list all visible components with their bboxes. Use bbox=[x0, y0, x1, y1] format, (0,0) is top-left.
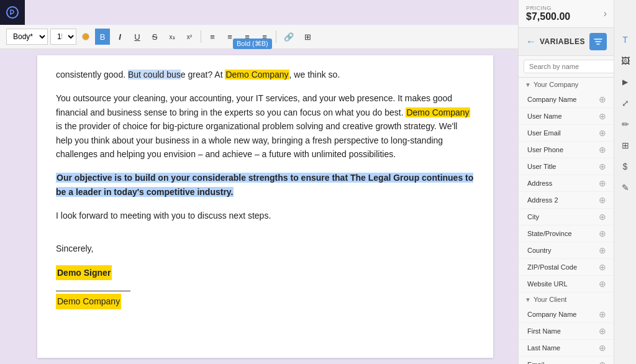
var-item-first-name[interactable]: First Name ⊕ bbox=[519, 323, 614, 340]
var-label: Last Name bbox=[527, 344, 560, 352]
bold-button[interactable]: B bbox=[95, 29, 110, 45]
var-label: Address bbox=[527, 180, 552, 187]
font-style-select[interactable]: Body* bbox=[6, 29, 48, 45]
add-company-name-button[interactable]: ⊕ bbox=[597, 94, 608, 105]
var-item-company-name[interactable]: Company Name ⊕ bbox=[519, 91, 614, 108]
var-item-address2[interactable]: Address 2 ⊕ bbox=[519, 192, 614, 209]
add-first-name-button[interactable]: ⊕ bbox=[597, 325, 608, 337]
paragraph-2: You outsource your cleaning, your accoun… bbox=[56, 91, 475, 161]
var-label: Company Name bbox=[527, 311, 576, 318]
paragraph-1-text: consistently good. But could buse great?… bbox=[56, 70, 340, 80]
italic-button[interactable]: I bbox=[112, 29, 127, 45]
toolbar-sep-1 bbox=[201, 30, 201, 43]
add-client-company-button[interactable]: ⊕ bbox=[597, 309, 608, 320]
sidebar-icon-strip: T 🖼 ▶ ⤢ ✏ ⊞ $ ✎ bbox=[614, 0, 636, 364]
document-content[interactable]: consistently good. But could buse great?… bbox=[37, 55, 493, 358]
image-icon: 🖼 bbox=[621, 56, 630, 66]
var-item-user-email[interactable]: User Email ⊕ bbox=[519, 125, 614, 142]
add-state-button[interactable]: ⊕ bbox=[597, 228, 608, 239]
var-label: Address 2 bbox=[527, 196, 558, 204]
main-container: Body* 15 B I U S x₂ x² ≡ ≡ ≡ ≡ 🔗 ⊞ Bold … bbox=[0, 0, 636, 364]
var-item-user-title[interactable]: User Title ⊕ bbox=[519, 158, 614, 175]
pricing-tool-button[interactable]: $ bbox=[617, 158, 634, 175]
selected-text: But could bus bbox=[128, 70, 181, 80]
chevron-down-icon: ▼ bbox=[525, 81, 531, 88]
var-item-website[interactable]: Website URL ⊕ bbox=[519, 276, 614, 293]
add-website-button[interactable]: ⊕ bbox=[597, 278, 608, 289]
svg-point-0 bbox=[7, 7, 18, 18]
var-item-user-phone[interactable]: User Phone ⊕ bbox=[519, 142, 614, 158]
add-last-name-button[interactable]: ⊕ bbox=[597, 342, 608, 353]
add-user-title-button[interactable]: ⊕ bbox=[597, 161, 608, 172]
var-item-state[interactable]: State/Province ⊕ bbox=[519, 225, 614, 242]
p1-highlight-text: e great? At bbox=[181, 70, 225, 80]
sidebar: PRICING $7,500.00 › ← VARIABLES ✕ bbox=[518, 0, 636, 364]
your-company-group[interactable]: ▼ Your Company bbox=[519, 78, 614, 91]
add-user-phone-button[interactable]: ⊕ bbox=[597, 144, 608, 155]
underline-button[interactable]: U bbox=[130, 29, 145, 45]
signer-block: Demo Signer Demo Company bbox=[56, 265, 475, 309]
var-item-last-name[interactable]: Last Name ⊕ bbox=[519, 340, 614, 357]
signature-block: Sincerely, Demo Signer Demo Company bbox=[56, 242, 475, 309]
add-country-button[interactable]: ⊕ bbox=[597, 245, 608, 256]
signer-name: Demo Signer bbox=[56, 265, 112, 280]
var-label: First Name bbox=[527, 327, 561, 335]
font-color-button[interactable] bbox=[79, 30, 93, 43]
filter-button[interactable] bbox=[589, 33, 607, 50]
var-item-address[interactable]: Address ⊕ bbox=[519, 175, 614, 192]
paragraph-3: Our objective is to build on your consid… bbox=[56, 171, 475, 199]
video-tool-button[interactable]: ▶ bbox=[617, 73, 634, 91]
unordered-list-button[interactable]: ≡ bbox=[257, 29, 272, 45]
var-label: Country bbox=[527, 247, 552, 254]
superscript-button[interactable]: x² bbox=[182, 29, 197, 45]
image-tool-button[interactable]: 🖼 bbox=[617, 52, 634, 70]
add-city-button[interactable]: ⊕ bbox=[597, 211, 608, 222]
sidebar-content: PRICING $7,500.00 › ← VARIABLES ✕ bbox=[519, 0, 614, 364]
var-item-country[interactable]: Country ⊕ bbox=[519, 242, 614, 259]
var-label: ZIP/Postal Code bbox=[527, 263, 577, 271]
add-user-email-button[interactable]: ⊕ bbox=[597, 127, 608, 139]
variables-title: VARIABLES bbox=[540, 37, 585, 46]
table-icon: ⊞ bbox=[622, 140, 629, 150]
add-zip-button[interactable]: ⊕ bbox=[597, 262, 608, 273]
var-item-zip[interactable]: ZIP/Postal Code ⊕ bbox=[519, 259, 614, 276]
add-user-name-button[interactable]: ⊕ bbox=[597, 111, 608, 122]
link-button[interactable]: 🔗 bbox=[280, 29, 298, 45]
var-item-email[interactable]: Email ⊕ bbox=[519, 357, 614, 364]
ordered-list-button[interactable]: ≡ bbox=[240, 29, 255, 45]
filter-icon bbox=[594, 37, 602, 46]
text-tool-button[interactable]: T bbox=[617, 31, 634, 48]
var-label: Company Name bbox=[527, 96, 576, 103]
signature-line bbox=[56, 283, 130, 291]
var-label: User Title bbox=[527, 163, 556, 170]
pen-tool-button[interactable]: ✏ bbox=[617, 116, 634, 133]
pricing-info: PRICING $7,500.00 bbox=[526, 5, 570, 22]
pen-icon: ✏ bbox=[622, 119, 629, 129]
editor-area: Body* 15 B I U S x₂ x² ≡ ≡ ≡ ≡ 🔗 ⊞ Bold … bbox=[0, 0, 518, 364]
resize-tool-button[interactable]: ⤢ bbox=[617, 94, 634, 112]
align-button[interactable]: ≡ bbox=[222, 29, 237, 45]
your-client-group[interactable]: ▼ Your Client bbox=[519, 293, 614, 306]
dollar-icon: $ bbox=[623, 162, 628, 171]
paragraph-4-text: I look forward to meeting with you to di… bbox=[56, 211, 271, 221]
demo-company-2: Demo Company bbox=[406, 107, 470, 117]
search-input[interactable] bbox=[524, 60, 620, 73]
add-address-button[interactable]: ⊕ bbox=[597, 178, 608, 189]
more-button[interactable]: ⊞ bbox=[300, 29, 315, 45]
line-height-button[interactable]: ≡ bbox=[205, 29, 220, 45]
var-item-user-name[interactable]: User Name ⊕ bbox=[519, 108, 614, 125]
table-tool-button[interactable]: ⊞ bbox=[617, 137, 634, 154]
subscript-button[interactable]: x₂ bbox=[165, 29, 179, 45]
font-size-select[interactable]: 15 bbox=[50, 29, 76, 45]
pricing-section: PRICING $7,500.00 › bbox=[519, 0, 614, 28]
pricing-chevron-icon[interactable]: › bbox=[604, 8, 607, 19]
add-email-button[interactable]: ⊕ bbox=[597, 359, 608, 364]
add-address2-button[interactable]: ⊕ bbox=[597, 194, 608, 206]
toolbar-sep-2 bbox=[276, 30, 276, 43]
back-arrow-icon[interactable]: ← bbox=[526, 36, 536, 47]
strikethrough-button[interactable]: S bbox=[147, 29, 162, 45]
var-item-city[interactable]: City ⊕ bbox=[519, 209, 614, 225]
var-item-client-company[interactable]: Company Name ⊕ bbox=[519, 306, 614, 323]
var-label: Email bbox=[527, 361, 545, 364]
edit-tool-button[interactable]: ✎ bbox=[617, 179, 634, 196]
